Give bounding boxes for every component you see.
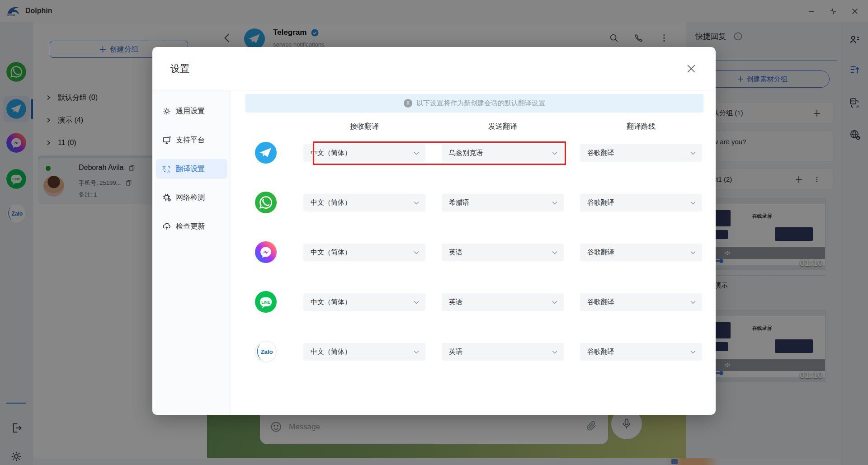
column-send: 发送翻译 (442, 122, 564, 132)
chevron-down-icon (414, 251, 419, 254)
line-row-icon: LINE (255, 291, 277, 313)
chevron-down-icon (414, 350, 419, 354)
whatsapp-route-select[interactable]: 谷歌翻译 (580, 194, 702, 211)
nav-translation-settings[interactable]: 文 A 翻译设置 (156, 159, 227, 179)
nav-supported-platforms[interactable]: 支持平台 (156, 130, 227, 150)
messenger-receive-select[interactable]: 中文（简体） (303, 244, 425, 261)
column-receive: 接收翻译 (303, 122, 425, 132)
nav-label: 翻译设置 (176, 164, 205, 174)
chevron-down-icon (690, 350, 696, 354)
chevron-down-icon (690, 301, 696, 304)
annotation-highlight-box (313, 141, 566, 165)
zalo-icon-text: Zalo (261, 348, 273, 355)
nav-label: 支持平台 (176, 136, 205, 145)
whatsapp-receive-select[interactable]: 中文（简体） (303, 194, 425, 211)
chevron-down-icon (552, 251, 557, 254)
settings-nav: 通用设置 支持平台 文 A 翻译设置 网络检测 (152, 90, 231, 415)
app-window: SCRM Dolphin (0, 0, 868, 465)
messenger-row-icon (255, 241, 277, 263)
chevron-down-icon (690, 201, 696, 205)
column-route: 翻译路线 (580, 122, 702, 132)
nav-general-settings[interactable]: 通用设置 (156, 101, 227, 121)
alert-icon: ! (404, 99, 412, 108)
chevron-down-icon (552, 201, 557, 205)
close-modal-icon[interactable] (686, 63, 697, 74)
nav-label: 网络检测 (176, 193, 205, 202)
gear-icon (162, 107, 171, 116)
messenger-send-select[interactable]: 英语 (442, 244, 564, 261)
chevron-down-icon (690, 151, 696, 155)
zalo-send-select[interactable]: 英语 (442, 343, 564, 361)
chevron-down-icon (690, 251, 696, 254)
line-route-select[interactable]: 谷歌翻译 (580, 293, 702, 311)
chevron-down-icon (414, 201, 419, 205)
chevron-down-icon (414, 301, 419, 304)
whatsapp-row-icon (255, 192, 277, 213)
telegram-route-select[interactable]: 谷歌翻译 (580, 144, 702, 162)
notice-text: 以下设置将作为新创建会话的默认翻译设置 (416, 99, 545, 108)
svg-text:A: A (167, 169, 170, 174)
svg-text:文: 文 (162, 165, 166, 170)
network-chip-icon (162, 193, 171, 202)
line-send-select[interactable]: 英语 (442, 293, 564, 311)
messenger-route-select[interactable]: 谷歌翻译 (580, 244, 702, 261)
telegram-row-icon (255, 142, 277, 164)
monitor-icon (162, 136, 171, 145)
settings-modal: 设置 通用设置 支持平台 文 A 翻译设置 (152, 47, 716, 415)
nav-label: 检查更新 (176, 222, 205, 231)
whatsapp-send-select[interactable]: 希腊语 (442, 194, 564, 211)
nav-network-check[interactable]: 网络检测 (156, 188, 227, 207)
notice-banner: ! 以下设置将作为新创建会话的默认翻译设置 (245, 94, 703, 113)
modal-header: 设置 (152, 47, 716, 90)
translate-icon: 文 A (162, 164, 171, 174)
modal-title: 设置 (170, 62, 189, 75)
chevron-down-icon (552, 301, 557, 304)
zalo-row-icon: Zalo (255, 341, 277, 362)
nav-check-update[interactable]: 检查更新 (156, 216, 227, 236)
zalo-receive-select[interactable]: 中文（简体） (303, 343, 425, 361)
chevron-down-icon (552, 350, 557, 354)
line-receive-select[interactable]: 中文（简体） (303, 293, 425, 311)
zalo-route-select[interactable]: 谷歌翻译 (580, 343, 702, 361)
cloud-upload-icon (162, 222, 171, 231)
line-icon-text: LINE (261, 300, 270, 305)
nav-label: 通用设置 (176, 107, 205, 116)
